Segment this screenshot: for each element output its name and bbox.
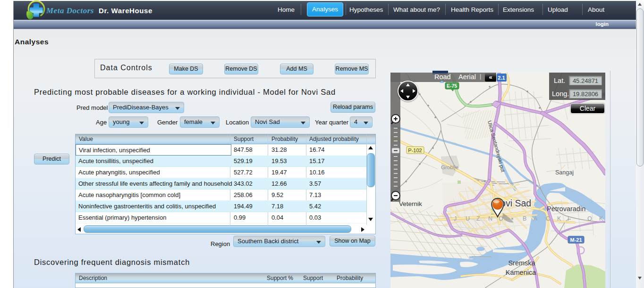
svg-text:B: B <box>523 215 526 222</box>
svg-text:N: N <box>488 215 492 222</box>
svg-text:Petrovaradin: Petrovaradin <box>547 205 585 213</box>
svg-text:Groblje: Groblje <box>441 165 458 170</box>
svg-text:2.1: 2.1 <box>498 75 505 81</box>
svg-text:Sangaj: Sangaj <box>555 169 574 176</box>
svg-text:Sremska: Sremska <box>508 259 535 267</box>
svg-text:O: O <box>587 215 592 222</box>
svg-text:U: U <box>466 215 470 222</box>
svg-text:Z: Z <box>476 215 480 222</box>
svg-text:J: J <box>454 215 457 222</box>
svg-text:P-102: P-102 <box>408 148 422 153</box>
svg-text:M-21: M-21 <box>570 237 582 243</box>
svg-text:I: I <box>568 215 569 222</box>
svg-text:Kamenica: Kamenica <box>506 269 536 276</box>
svg-text:K: K <box>599 215 603 222</box>
svg-text:A: A <box>534 215 538 222</box>
svg-text:K: K <box>557 215 561 222</box>
svg-text:C: C <box>546 215 550 222</box>
svg-text:Veternik: Veternik <box>399 200 422 207</box>
svg-text:E-75: E-75 <box>447 83 457 89</box>
